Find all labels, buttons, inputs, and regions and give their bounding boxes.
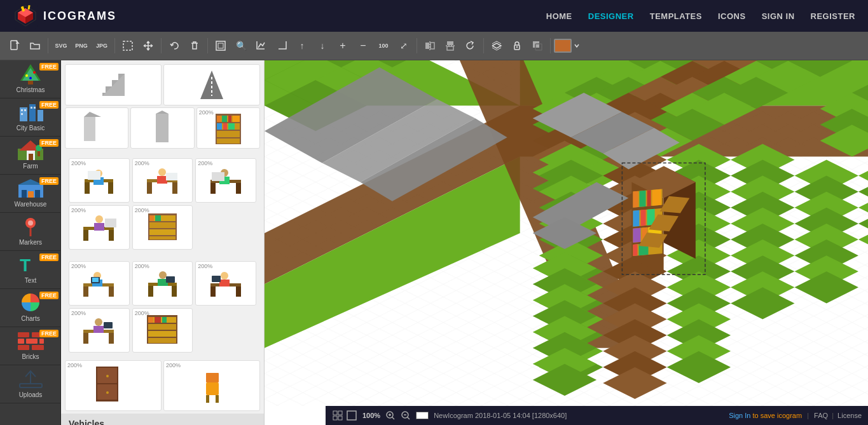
nav-ur-button[interactable] — [272, 36, 291, 55]
svg-rect-151 — [216, 395, 219, 403]
pipe-sep: | — [807, 412, 809, 419]
nav-down-button[interactable]: ↓ — [313, 36, 332, 55]
save-svg-button[interactable]: SVG — [52, 36, 71, 55]
panel-item-stairs[interactable] — [65, 64, 162, 105]
sidebar-item-text[interactable]: FREE T Text — [0, 251, 61, 289]
sign-in-link[interactable]: Sign In — [729, 412, 750, 419]
panel-bookshelf-med[interactable]: 200% — [132, 308, 193, 353]
zoom-out-status[interactable] — [401, 410, 411, 421]
nav-register[interactable]: REGISTER — [811, 11, 855, 21]
rotate-button[interactable] — [461, 36, 480, 55]
nav-ul-button[interactable] — [252, 36, 271, 55]
svg-line-276 — [408, 417, 410, 420]
svg-point-48 — [28, 220, 33, 226]
panel-item-pillar[interactable] — [130, 107, 194, 149]
sidebar-item-christmas[interactable]: FREE Christmas — [0, 60, 61, 98]
canvas-area[interactable]: 100% NewIcogram 2018-01-05 14:04 [1280x6… — [265, 60, 868, 425]
faq-link[interactable]: FAQ — [814, 412, 828, 419]
logo[interactable]: ICOGRAMS — [13, 3, 116, 29]
zoom-lap-4: 200% — [71, 310, 86, 316]
move-button[interactable] — [139, 36, 158, 55]
zoom-full-button[interactable]: ⤢ — [394, 36, 413, 55]
panel-cabinet[interactable]: 200% — [65, 360, 162, 411]
save-png-button[interactable]: PNG — [72, 36, 91, 55]
panel-desk-3[interactable]: 200% — [195, 158, 256, 203]
select-region-button[interactable] — [118, 36, 137, 55]
nav-templates[interactable]: TEMPLATES — [650, 11, 702, 21]
panel-desk-lap-4[interactable]: 200% — [69, 308, 130, 353]
svg-line-272 — [392, 417, 395, 420]
nav-links: HOME DESIGNER TEMPLATES ICONS SIGN IN RE… — [546, 11, 855, 21]
panel-desk-lap-1[interactable]: 200% — [69, 261, 130, 306]
zoom-100-button[interactable]: 100 — [374, 36, 393, 55]
frame-icon[interactable] — [346, 410, 357, 421]
panel-item-bookshelf-big[interactable]: 200% — [196, 107, 260, 149]
new-file-button[interactable] — [5, 36, 24, 55]
flip-v-button[interactable] — [441, 36, 460, 55]
layers-icon — [491, 40, 502, 51]
panel-item-wall[interactable] — [65, 107, 128, 149]
fit-icon — [215, 40, 226, 51]
lock-button[interactable] — [507, 36, 527, 55]
fit-button[interactable] — [211, 36, 230, 55]
svg-rect-138 — [155, 317, 161, 323]
sidebar-item-city-basic[interactable]: FREE City Basic — [0, 98, 61, 137]
toolbar: SVG PNG JPG 🔍 ↑ ↓ + − 100 ⤢ — [0, 32, 868, 60]
zoom-in-status[interactable] — [385, 410, 396, 421]
city-label: City Basic — [17, 125, 45, 132]
svg-rect-56 — [18, 345, 29, 350]
layers-button[interactable] — [487, 36, 506, 55]
svg-rect-146 — [106, 375, 109, 377]
zoom-in-button[interactable]: + — [333, 36, 352, 55]
sidebar-item-warehouse[interactable]: FREE Warehouse — [0, 175, 61, 213]
panel-desk-4[interactable]: 200% — [69, 205, 130, 250]
panel-item-road[interactable] — [163, 64, 260, 105]
sidebar-item-uploads[interactable]: Uploads — [0, 365, 61, 403]
grid-icon[interactable] — [332, 410, 343, 421]
undo-button[interactable] — [165, 36, 184, 55]
desk-lap-img-3 — [203, 264, 248, 299]
shadow-button[interactable] — [528, 36, 547, 55]
color-picker-button[interactable] — [554, 39, 572, 53]
zoom-desk-1: 200% — [71, 160, 86, 166]
nav-up-button[interactable]: ↑ — [293, 36, 312, 55]
save-jpg-button[interactable]: JPG — [92, 36, 111, 55]
charts-label: Charts — [21, 315, 39, 323]
sidebar-item-charts[interactable]: FREE Charts — [0, 289, 61, 327]
sidebar-item-bricks[interactable]: FREE Bricks — [0, 327, 61, 365]
svg-rect-35 — [34, 107, 36, 109]
color-dropdown-icon[interactable] — [573, 40, 581, 51]
bookshelf-med-img — [140, 311, 184, 346]
flip-h-button[interactable] — [420, 36, 439, 55]
panel-desk-1[interactable]: 200% — [69, 158, 130, 203]
svg-rect-13 — [431, 43, 434, 49]
svg-rect-268 — [333, 416, 337, 420]
panel-desk-2[interactable]: 200% — [132, 158, 193, 203]
svg-rect-106 — [155, 215, 161, 221]
sep7 — [550, 38, 551, 53]
svg-rect-10 — [216, 41, 225, 50]
zoom-lap-3: 200% — [198, 263, 212, 269]
zoom-region-button[interactable]: 🔍 — [231, 36, 251, 55]
nav-designer[interactable]: DESIGNER — [588, 11, 634, 21]
nav-signin[interactable]: SIGN IN — [762, 11, 795, 21]
open-file-button[interactable] — [25, 36, 45, 55]
panel-desk-lap-2[interactable]: 200% — [132, 261, 193, 306]
canvas-svg[interactable] — [265, 60, 868, 406]
svg-rect-250 — [647, 190, 651, 206]
panel-bookshelf-sm[interactable]: 200% — [132, 205, 193, 250]
svg-rect-12 — [425, 43, 429, 49]
license-link[interactable]: License — [837, 412, 862, 419]
panel-desk-lap-3[interactable]: 200% — [195, 261, 256, 306]
zoom-out-button[interactable]: − — [354, 36, 373, 55]
sidebar-item-farm[interactable]: FREE Farm — [0, 137, 61, 175]
delete-button[interactable] — [185, 36, 204, 55]
sidebar-item-markers[interactable]: Markers — [0, 213, 61, 251]
svg-marker-64 — [84, 112, 101, 117]
svg-rect-105 — [149, 215, 154, 221]
lock-icon — [511, 40, 523, 51]
svg-rect-58 — [20, 384, 42, 388]
nav-icons[interactable]: ICONS — [718, 11, 746, 21]
nav-home[interactable]: HOME — [546, 11, 572, 21]
panel-chair[interactable]: 200% — [163, 360, 260, 411]
